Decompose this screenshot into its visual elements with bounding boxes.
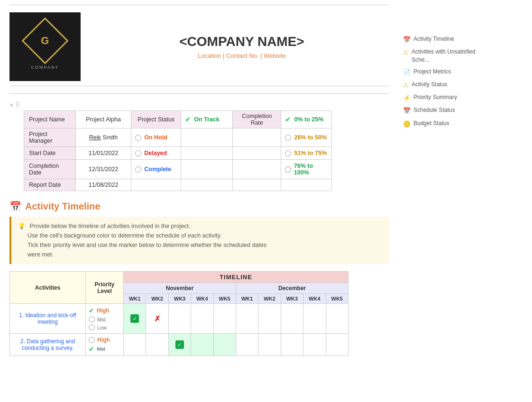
row2-dec-wk5 [326,334,348,356]
label-mid-1: Mid [97,317,106,322]
priority-mid-2: ✔ Mid [89,344,120,354]
calendar-icon: 📅 [9,201,21,212]
priority-low-1: Low [89,323,120,331]
label-high-2: High [97,337,110,343]
label-start-date: Start Date [24,147,76,160]
sidebar-label-project-metrics: Project Metrics [413,68,451,76]
drag-icon[interactable]: ⠿ [15,101,20,109]
label-on-track: On Track [194,116,220,123]
row2-nov-wk1 [124,334,146,356]
status-complete-cell: Complete [131,160,181,179]
row1-nov-wk4 [191,304,213,334]
label-manager: Project Manager [24,128,76,147]
sidebar-label-activity-status: Activity Status [412,81,447,89]
priority-header: Priority Level [86,272,124,304]
sidebar-item-activity-timeline[interactable]: 📅 Activity Timeline [403,33,488,46]
spacer-1 [181,128,233,147]
sidebar-item-budget-status[interactable]: 🪙 Budget Status [403,118,488,130]
check-0-25: ✔ [285,115,291,124]
sidebar-item-schedule-status[interactable]: 📅 Schedule Status [403,104,488,117]
label-on-hold: On Hold [144,134,167,141]
sidebar-item-priority-summary[interactable]: ⚡ Priority Summary [403,91,488,104]
warning-icon-status: ⚠ [403,81,409,90]
radio-low-1 [89,324,95,330]
row2-dec-wk2 [258,334,281,356]
radio-76-100 [285,166,291,173]
company-logo: G COMPANY [9,12,81,81]
spacer-4 [131,179,181,191]
status-on-hold: On Hold [135,133,177,142]
document-icon-sidebar: 📄 [403,68,411,77]
table-row: Start Date 11/01/2022 Delayed 51% to 7 [24,147,332,160]
project-table: Project Name Project Alpha Project Statu… [24,110,332,191]
info-line-3: Tick their priority level and use the ma… [18,242,266,258]
radio-delayed [135,150,141,156]
status-on-track: ✔ On Track [185,114,229,125]
row1-nov-wk5 [213,304,236,334]
completion-76-100-cell: 76% to 100% [281,160,332,179]
calendar-icon-sidebar: 📅 [403,36,411,44]
row1-dec-wk3 [281,304,303,334]
label-project-status: Project Status [131,111,181,128]
row2-nov-wk5 [213,334,236,356]
nov-wk1: WK1 [124,294,146,304]
spacer-6 [233,179,281,191]
label-mid-2: Mid [97,346,105,352]
table-row: Project Name Project Alpha Project Statu… [24,111,332,128]
label-project-name: Project Name [24,111,76,128]
dec-wk1: WK1 [236,294,258,304]
section-header: 📅 Activity Timeline [9,201,389,212]
table-row: Report Date 11/08/2022 [24,179,332,191]
sidebar-label-activity-timeline: Activity Timeline [413,35,454,43]
section-title: Activity Timeline [25,201,101,212]
status-delayed: Delayed [135,149,177,157]
completion-cells: ✔ 0% to 25% [281,111,332,128]
label-complete: Complete [144,166,171,173]
completion-51-75-label [233,147,281,160]
nov-wk4: WK4 [191,294,213,304]
row1-dec-wk4 [303,304,326,334]
radio-high-2 [89,337,95,343]
info-line-2: Use the cell's background color to deter… [28,232,221,239]
header-section: G COMPANY <COMPANY NAME> Location | Cont… [9,12,389,86]
label-completion-date: Completion Date [24,160,76,179]
value-completion-date: 12/31/2022 [75,160,131,179]
dec-wk2: WK2 [258,294,281,304]
row2-dec-wk1 [236,334,258,356]
logo-initials: G [41,35,49,47]
table-controls: + ⠿ [9,101,389,109]
activity-2-priority: High ✔ Mid [86,334,124,356]
add-row-icon[interactable]: + [9,101,13,109]
value-report-date: 11/08/2022 [75,179,131,191]
label-51-75: 51% to 75% [294,150,327,156]
sidebar-item-activity-status[interactable]: ⚠ Activity Status [403,79,488,91]
radio-26-50 [285,135,291,141]
activities-header: Activities [10,272,86,304]
label-low-1: Low [97,325,107,330]
completion-76-100-label [233,160,281,179]
completion-26-50-cell: 26% to 50% [281,128,332,147]
activity-row-1: 1. Ideation and kick-off meeting ✔ High … [10,304,349,334]
completion-26-50-label [233,128,281,147]
logo-diamond: G [22,17,69,64]
row1-dec-wk1 [236,304,258,334]
row1-nov-wk1: ✓ [124,304,146,334]
label-26-50: 26% to 50% [294,134,327,141]
activity-1-priority: ✔ High Mid Low [86,304,124,334]
status-on-hold-cell: On Hold [131,128,181,147]
spacer-5 [181,179,233,191]
november-header: November [124,283,236,294]
sidebar-item-unsatisfied[interactable]: ⚠ Activities with Unsatisfied Sche... [403,46,488,66]
calendar-icon-schedule: 📅 [403,107,411,115]
label-76-100: 76% to 100% [294,163,328,176]
nov-wk3: WK3 [168,294,191,304]
activity-1-name: 1. Ideation and kick-off meeting [10,304,86,334]
sidebar: 📅 Activity Timeline ⚠ Activities with Un… [398,28,493,402]
dec-wk3: WK3 [281,294,303,304]
timeline-header: TIMELINE [124,272,349,283]
completion-0-25: ✔ 0% to 25% [285,114,328,125]
check-high-1: ✔ [89,307,94,314]
row1-nov-wk3 [168,304,191,334]
sidebar-item-project-metrics[interactable]: 📄 Project Metrics [403,66,488,79]
label-0-25: 0% to 25% [294,116,323,123]
